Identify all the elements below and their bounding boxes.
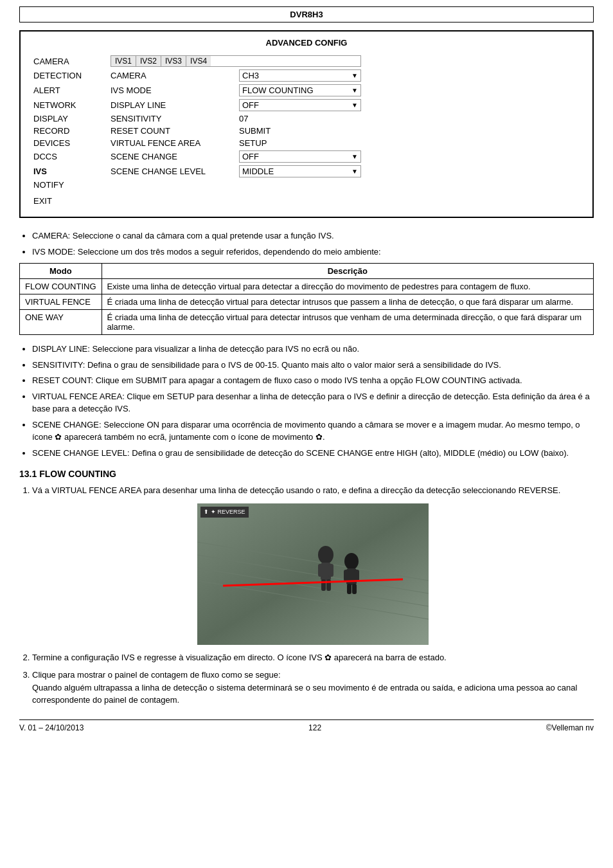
table-row: CAMERA IVS1 IVS2 IVS3 IVS4 <box>30 54 583 68</box>
mode-table: Modo Descrição FLOW COUNTING Existe uma … <box>19 263 594 335</box>
svg-point-5 <box>318 546 333 564</box>
svg-rect-9 <box>321 579 326 591</box>
record-label: RECORD <box>30 125 107 137</box>
ivs-mode-value: FLOW COUNTING <box>242 86 314 95</box>
camera-value: CH3 <box>242 71 259 80</box>
advanced-config-box: ADVANCED CONFIG CAMERA IVS1 IVS2 IVS3 IV… <box>19 30 594 218</box>
bullet-list-2: DISPLAY LINE: Seleccione para visualizar… <box>32 343 594 459</box>
table-row: DCCS SCENE CHANGE OFF ▼ <box>30 149 583 164</box>
chevron-down-icon: ▼ <box>351 87 358 94</box>
mode-col-header: Modo <box>20 264 102 279</box>
scene-change-level-dropdown[interactable]: MIDDLE ▼ <box>239 165 361 177</box>
page-header: DVR8H3 <box>19 6 594 23</box>
table-row: EXIT <box>30 195 583 207</box>
camera-svg <box>197 503 429 645</box>
table-row: IVS SCENE CHANGE LEVEL MIDDLE ▼ <box>30 164 583 179</box>
svg-point-11 <box>344 553 359 570</box>
chevron-down-icon: ▼ <box>351 72 358 79</box>
camera-dropdown[interactable]: CH3 ▼ <box>239 69 361 82</box>
bullet-item: SENSITIVITY: Defina o grau de sensibilid… <box>32 359 594 372</box>
table-row: DISPLAY SENSITIVITY 07 <box>30 113 583 125</box>
bullet-list-1: CAMERA: Seleccione o canal da câmara com… <box>32 230 594 258</box>
table-row: NOTIFY <box>30 179 583 191</box>
notify-mid <box>107 179 236 191</box>
svg-rect-13 <box>344 570 349 581</box>
ivs4-tab[interactable]: IVS4 <box>186 56 211 66</box>
setup-button-cell: SETUP <box>236 137 364 149</box>
svg-rect-14 <box>354 570 359 581</box>
scene-change-label: SCENE CHANGE <box>107 149 236 164</box>
ivs-mode-dropdown[interactable]: FLOW COUNTING ▼ <box>239 84 361 96</box>
camera-image: ⬆ ✦ REVERSE <box>197 503 429 645</box>
footer-page-number: 122 <box>308 723 321 732</box>
svg-rect-8 <box>328 564 333 577</box>
ivs-mode-dropdown-cell: FLOW COUNTING ▼ <box>236 83 364 98</box>
network-label: NETWORK <box>30 98 107 113</box>
svg-rect-16 <box>352 584 357 594</box>
numbered-list: Vá a VIRTUAL FENCE AREA para desenhar um… <box>32 484 594 707</box>
sensitivity-value-cell: 07 <box>236 113 364 125</box>
scene-change-level-dropdown-cell: MIDDLE ▼ <box>236 164 364 179</box>
display-label: DISPLAY <box>30 113 107 125</box>
description-col-header: Descrição <box>102 264 594 279</box>
scene-change-dropdown-cell: OFF ▼ <box>236 149 364 164</box>
exit-label: EXIT <box>30 195 107 207</box>
footer-copyright: ©Velleman nv <box>546 723 594 732</box>
sensitivity-value: 07 <box>239 114 248 123</box>
scene-change-dropdown[interactable]: OFF ▼ <box>239 150 361 163</box>
bullet-item: RESET COUNT: Clique em SUBMIT para apaga… <box>32 374 594 387</box>
section-13-1-heading: 13.1 FLOW COUNTING <box>19 469 594 479</box>
scene-change-value: OFF <box>242 152 259 161</box>
scene-change-level-label: SCENE CHANGE LEVEL <box>107 164 236 179</box>
setup-button[interactable]: SETUP <box>239 138 267 148</box>
table-row: RECORD RESET COUNT SUBMIT <box>30 125 583 137</box>
ivs3-tab[interactable]: IVS3 <box>161 56 186 66</box>
notify-right <box>236 179 364 191</box>
page-footer: V. 01 – 24/10/2013 122 ©Velleman nv <box>19 719 594 732</box>
bullet-item: SCENE CHANGE LEVEL: Defina o grau de sen… <box>32 447 594 460</box>
step-3: Clique para mostrar o painel de contagem… <box>32 669 594 707</box>
devices-label: DEVICES <box>30 137 107 149</box>
camera-field-label: CAMERA <box>107 68 236 83</box>
mode-name: FLOW COUNTING <box>20 279 102 294</box>
reset-count-label: RESET COUNT <box>107 125 236 137</box>
mode-table-row: FLOW COUNTING Existe uma linha de detecç… <box>20 279 594 294</box>
submit-button-cell: SUBMIT <box>236 125 364 137</box>
reverse-badge: ⬆ ✦ REVERSE <box>200 507 249 518</box>
header-title: DVR8H3 <box>290 10 323 19</box>
svg-rect-15 <box>347 584 351 594</box>
camera-image-inner: ⬆ ✦ REVERSE <box>197 503 429 645</box>
config-table: CAMERA IVS1 IVS2 IVS3 IVS4 DETECTION CAM… <box>30 54 583 207</box>
detection-label: DETECTION <box>30 68 107 83</box>
ivs1-tab[interactable]: IVS1 <box>111 56 136 66</box>
ivs-mode-label: IVS MODE <box>107 83 236 98</box>
display-line-value: OFF <box>242 100 259 110</box>
alert-label: ALERT <box>30 83 107 98</box>
submit-button[interactable]: SUBMIT <box>239 126 271 136</box>
step-1: Vá a VIRTUAL FENCE AREA para desenhar um… <box>32 484 594 645</box>
advanced-config-title: ADVANCED CONFIG <box>30 38 583 48</box>
mode-description: É criada uma linha de detecção virtual p… <box>102 310 594 335</box>
bullet-item: VIRTUAL FENCE AREA: Clique em SETUP para… <box>32 390 594 415</box>
display-line-dropdown[interactable]: OFF ▼ <box>239 99 361 111</box>
table-row: DEVICES VIRTUAL FENCE AREA SETUP <box>30 137 583 149</box>
reverse-icon: ⬆ <box>204 508 209 517</box>
mode-table-row: VIRTUAL FENCE É criada uma linha de dete… <box>20 294 594 310</box>
mode-name: ONE WAY <box>20 310 102 335</box>
mode-table-header-row: Modo Descrição <box>20 264 594 279</box>
table-row: ALERT IVS MODE FLOW COUNTING ▼ <box>30 83 583 98</box>
table-row: NETWORK DISPLAY LINE OFF ▼ <box>30 98 583 113</box>
ivs-label: IVS <box>30 164 107 179</box>
svg-rect-7 <box>318 564 323 577</box>
chevron-down-icon: ▼ <box>351 153 358 160</box>
ivs-tabs: IVS1 IVS2 IVS3 IVS4 <box>111 55 361 67</box>
chevron-down-icon: ▼ <box>351 102 358 109</box>
notify-label: NOTIFY <box>30 179 107 191</box>
scene-change-level-value: MIDDLE <box>242 167 274 176</box>
footer-version: V. 01 – 24/10/2013 <box>19 723 84 732</box>
camera-dropdown-cell: CH3 ▼ <box>236 68 364 83</box>
display-line-dropdown-cell: OFF ▼ <box>236 98 364 113</box>
table-row: DETECTION CAMERA CH3 ▼ <box>30 68 583 83</box>
mode-description: Existe uma linha de detecção virtual par… <box>102 279 594 294</box>
ivs2-tab[interactable]: IVS2 <box>136 56 161 66</box>
